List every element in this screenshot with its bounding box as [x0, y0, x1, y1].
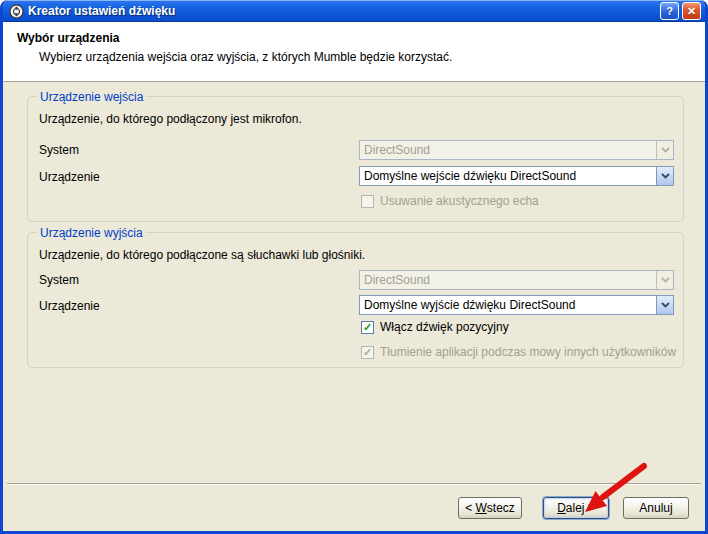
page-subtitle: Wybierz urządzenia wejścia oraz wyjścia,…	[17, 50, 691, 64]
output-system-value: DirectSound	[360, 273, 656, 287]
help-icon: ?	[666, 5, 673, 17]
footer-separator	[7, 483, 701, 485]
output-system-select: DirectSound	[359, 270, 674, 290]
attenuate-apps-checkbox: ✓ Tłumienie aplikacji podczas mowy innyc…	[361, 345, 676, 359]
back-button-label-rest: stecz	[487, 501, 515, 515]
back-button[interactable]: < Wstecz	[458, 497, 522, 519]
close-button[interactable]: ✕	[682, 2, 701, 20]
back-button-label: <	[465, 501, 475, 515]
input-system-select: DirectSound	[359, 140, 674, 160]
window-title: Kreator ustawień dźwięku	[28, 4, 660, 18]
help-button[interactable]: ?	[660, 2, 679, 20]
next-button[interactable]: Dalej >	[543, 497, 609, 519]
chevron-down-icon[interactable]	[656, 296, 673, 314]
echo-cancel-checkbox: Usuwanie akustycznego echa	[361, 194, 539, 208]
next-button-accesskey: D	[557, 501, 566, 515]
mumble-app-icon	[9, 4, 24, 19]
wizard-window: Kreator ustawień dźwięku ? ✕ Wybór urząd…	[0, 0, 708, 534]
cancel-button[interactable]: Anuluj	[623, 497, 689, 519]
attenuate-apps-label: Tłumienie aplikacji podczas mowy innych …	[380, 345, 676, 359]
checkbox-checked-disabled-icon: ✓	[361, 346, 374, 359]
titlebar-buttons: ? ✕	[660, 2, 701, 20]
output-system-label: System	[39, 273, 79, 287]
output-device-value: Domyślne wyjście dźwięku DirectSound	[360, 298, 656, 312]
output-device-group: Urządzenie wyjścia Urządzenie, do któreg…	[27, 232, 684, 368]
page-title: Wybór urządzenia	[17, 31, 691, 45]
chevron-down-icon[interactable]	[656, 167, 673, 185]
input-device-select[interactable]: Domyślne wejście dźwięku DirectSound	[359, 166, 674, 186]
checkmark-icon: ✓	[363, 322, 372, 333]
back-button-accesskey: W	[476, 501, 487, 515]
checkbox-checked-icon[interactable]: ✓	[361, 321, 374, 334]
echo-cancel-label: Usuwanie akustycznego echa	[380, 194, 539, 208]
output-group-description: Urządzenie, do którego podłączone są słu…	[39, 248, 365, 262]
content-area: Urządzenie wejścia Urządzenie, do któreg…	[3, 82, 705, 531]
output-group-title: Urządzenie wyjścia	[37, 226, 146, 240]
output-device-label: Urządzenie	[39, 299, 100, 313]
input-group-description: Urządzenie, do którego podłączony jest m…	[39, 112, 302, 126]
checkmark-icon: ✓	[363, 347, 372, 358]
checkbox-unchecked-icon	[361, 195, 374, 208]
input-system-label: System	[39, 143, 79, 157]
close-icon: ✕	[687, 5, 696, 18]
input-system-value: DirectSound	[360, 143, 656, 157]
output-device-select[interactable]: Domyślne wyjście dźwięku DirectSound	[359, 295, 674, 315]
positional-audio-label: Włącz dźwięk pozycyjny	[380, 320, 509, 334]
input-device-group: Urządzenie wejścia Urządzenie, do któreg…	[27, 96, 684, 222]
titlebar[interactable]: Kreator ustawień dźwięku ? ✕	[3, 0, 705, 22]
cancel-button-label: Anuluj	[639, 501, 672, 515]
input-group-title: Urządzenie wejścia	[37, 90, 146, 104]
input-device-label: Urządzenie	[39, 170, 100, 184]
positional-audio-checkbox[interactable]: ✓ Włącz dźwięk pozycyjny	[361, 320, 509, 334]
wizard-header: Wybór urządzenia Wybierz urządzenia wejś…	[3, 22, 705, 82]
chevron-down-icon	[656, 271, 673, 289]
chevron-down-icon	[656, 141, 673, 159]
input-device-value: Domyślne wejście dźwięku DirectSound	[360, 169, 656, 183]
next-button-label-rest: alej >	[566, 501, 595, 515]
